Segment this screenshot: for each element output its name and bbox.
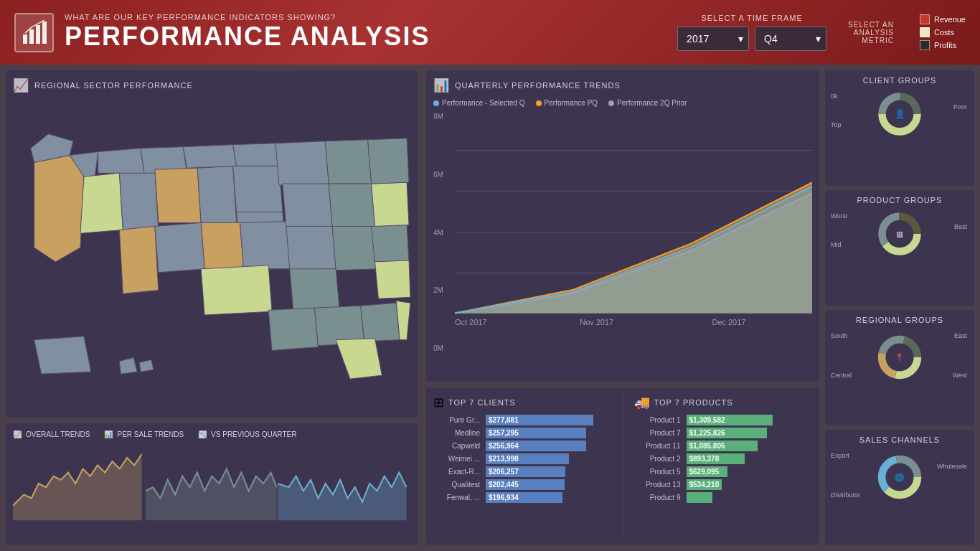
state-az[interactable]: [119, 226, 158, 293]
analysis-label-line3: METRIC: [862, 37, 894, 44]
center-panel: 📊 QUARTERLY PERFORMANCE TRENDS Performan…: [423, 65, 822, 551]
quarterly-section: 📊 QUARTERLY PERFORMANCE TRENDS Performan…: [426, 70, 819, 382]
product-value-2: $1,085,806: [689, 442, 725, 450]
sc-label-distributor: Distributor: [831, 491, 860, 499]
state-co[interactable]: [155, 168, 201, 222]
vs-previous-icon: 📉: [198, 430, 207, 438]
state-tn[interactable]: [290, 269, 339, 310]
state-sd[interactable]: [233, 166, 283, 212]
state-ks[interactable]: [201, 222, 243, 268]
svg-rect-1: [29, 29, 34, 44]
state-nc[interactable]: [375, 260, 410, 298]
state-ca[interactable]: [34, 156, 84, 262]
state-hi1[interactable]: [119, 357, 137, 374]
metric-label: SELECT AN ANALYSIS METRIC: [848, 21, 894, 44]
client-label-6: Fenwal, ...: [433, 494, 480, 501]
y-2m: 2M: [433, 286, 443, 294]
svg-rect-0: [23, 34, 27, 44]
metric-costs[interactable]: Costs: [920, 27, 966, 37]
map-icon: 📈: [13, 77, 29, 93]
state-in[interactable]: [329, 184, 374, 227]
product-value-5: $534,210: [689, 481, 720, 489]
right-panel: CLIENT GROUPS 👤 0k Top Poor PRODUCT GROU…: [822, 65, 980, 551]
state-nm[interactable]: [155, 222, 204, 272]
regional-groups-title: REGIONAL GROUPS: [831, 316, 969, 324]
header-title: PERFORMANCE ANALYSIS: [65, 22, 677, 52]
sparkline-overall: [13, 444, 146, 523]
products-header: 🚚 TOP 7 PRODUCTS: [634, 395, 813, 410]
sales-channels-chart: 🌐 Export Distributor Wholesale: [831, 448, 969, 506]
state-ak[interactable]: [34, 336, 91, 374]
state-mo[interactable]: [240, 222, 293, 269]
year-select-wrapper: 2017 2016: [677, 27, 749, 51]
client-bar-2: $256,964: [486, 441, 586, 451]
header-controls: SELECT A TIME FRAME 2017 2016 Q4 Q3 Q2 Q…: [677, 14, 966, 51]
quarterly-icon: 📊: [433, 77, 449, 93]
client-row-4: Exact-R... $206,257: [433, 466, 612, 477]
state-mn[interactable]: [233, 143, 279, 166]
state-pa[interactable]: [372, 182, 409, 226]
sparkline-overall-svg: [13, 444, 146, 523]
client-label-2: Capweld: [433, 442, 480, 450]
client-row-3: Weimei ... $213,998: [433, 453, 612, 464]
metric-revenue[interactable]: Revenue: [920, 14, 966, 24]
product-bar-6: [687, 492, 712, 503]
state-wi[interactable]: [275, 141, 329, 185]
client-groups-title: CLIENT GROUPS: [831, 76, 969, 85]
state-hi2[interactable]: [139, 359, 154, 372]
metric-profits[interactable]: Profits: [920, 40, 966, 50]
cg-label-top: Top: [831, 121, 842, 128]
state-mo2[interactable]: [286, 226, 336, 270]
product-value-0: $1,309,582: [689, 416, 725, 424]
product-groups-title: PRODUCT GROUPS: [831, 196, 969, 204]
client-bar-3: $213,998: [486, 453, 569, 464]
per-sale-icon: 📊: [104, 430, 113, 438]
state-ny[interactable]: [368, 138, 409, 184]
regional-groups-chart: 📍 South Central East West: [831, 329, 969, 386]
left-panel: 📈 REGIONAL SECTOR PERFORMANCE: [0, 65, 423, 551]
products-icon: 🚚: [634, 395, 650, 410]
state-nv[interactable]: [80, 173, 123, 233]
svg-text:Nov 2017: Nov 2017: [580, 318, 613, 326]
vs-previous-tab[interactable]: 📉 VS PREVIOUS QUARTER: [198, 430, 296, 438]
analysis-label-line1: SELECT AN: [848, 21, 894, 29]
clients-title: TOP 7 CLIENTS: [448, 398, 516, 407]
year-select[interactable]: 2017 2016: [677, 27, 749, 51]
y-6m: 6M: [433, 171, 443, 179]
sales-donut: 🌐: [857, 448, 943, 506]
state-ky[interactable]: [332, 226, 378, 270]
header-text: WHAT ARE OUR KEY PERFORMANCE INDICATORS …: [65, 13, 677, 52]
state-tx[interactable]: [201, 265, 272, 315]
clients-table: ⊞ TOP 7 CLIENTS Pure Gr... $277,881 Medl…: [433, 395, 612, 538]
client-value-5: $202,445: [489, 481, 519, 489]
per-sale-trends-tab[interactable]: 📊 PER SALE TRENDS: [104, 430, 184, 438]
state-wy[interactable]: [197, 166, 236, 222]
state-id[interactable]: [98, 149, 144, 174]
quarter-select[interactable]: Q4 Q3 Q2 Q1: [755, 27, 826, 51]
state-nd[interactable]: [183, 145, 236, 169]
costs-box: [920, 27, 930, 37]
state-ga[interactable]: [361, 303, 400, 341]
state-mi[interactable]: [325, 140, 371, 184]
state-va[interactable]: [372, 225, 409, 263]
state-ut[interactable]: [119, 169, 158, 230]
state-ms[interactable]: [268, 308, 318, 350]
clients-rows: Pure Gr... $277,881 Medline $257,295 Cap…: [433, 415, 612, 503]
overall-trends-tab[interactable]: 📈 OVERALL TRENDS: [13, 430, 90, 438]
state-ia[interactable]: [283, 184, 332, 227]
pg-label-worst: Worst: [831, 212, 847, 220]
product-bar-4: $629,095: [687, 466, 728, 477]
products-table: 🚚 TOP 7 PRODUCTS Product 1 $1,309,582 Pr…: [634, 395, 813, 538]
header: WHAT ARE OUR KEY PERFORMANCE INDICATORS …: [0, 0, 980, 65]
client-label-1: Medline: [433, 429, 480, 437]
legend-dot-pq: [536, 100, 542, 106]
trends-section: 📈 OVERALL TRENDS 📊 PER SALE TRENDS 📉 VS …: [6, 423, 418, 545]
client-label-0: Pure Gr...: [433, 416, 480, 424]
map-header: 📈 REGIONAL SECTOR PERFORMANCE: [13, 77, 410, 93]
product-label-2: Product 11: [634, 442, 681, 450]
trends-header: 📈 OVERALL TRENDS 📊 PER SALE TRENDS 📉 VS …: [13, 430, 410, 438]
product-row-1: Product 7 $1,225,826: [634, 428, 813, 438]
state-fl[interactable]: [336, 339, 382, 379]
costs-label: Costs: [934, 28, 954, 37]
clients-icon: ⊞: [433, 395, 444, 410]
